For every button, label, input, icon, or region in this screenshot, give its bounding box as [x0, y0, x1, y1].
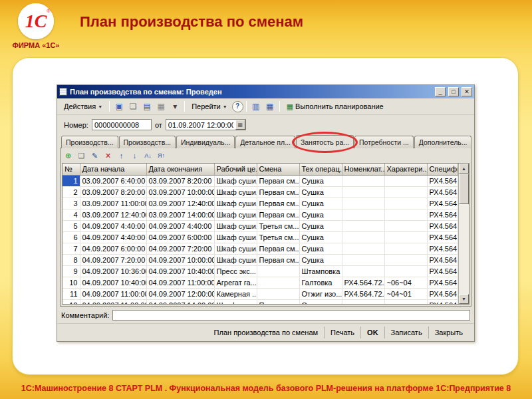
cell[interactable]: [384, 243, 427, 254]
close-button-titlebar[interactable]: ✕: [462, 87, 472, 96]
maximize-button[interactable]: □: [448, 87, 459, 96]
table-row[interactable]: 403.09.2007 12:40:0003.09.2007 14:00:00Ш…: [63, 209, 458, 220]
edit-row-icon[interactable]: ✎: [88, 150, 101, 162]
table-row[interactable]: 1004.09.2007 10:40:0004.09.2007 11:00:00…: [63, 277, 458, 288]
cell[interactable]: [384, 299, 427, 305]
cell[interactable]: Третья см...: [257, 220, 299, 231]
cell[interactable]: [384, 254, 427, 265]
cell[interactable]: 04.09.2007 4:40:00: [80, 220, 146, 231]
cell[interactable]: 03.09.2007 12:40:00: [80, 209, 146, 220]
cell[interactable]: Шкаф суши...: [214, 175, 257, 186]
report-grid-icon[interactable]: ▥: [249, 100, 263, 113]
cell[interactable]: Шкаф суши...: [214, 231, 257, 243]
vertical-scrollbar[interactable]: ▲ ▼: [458, 164, 469, 304]
minimize-button[interactable]: _: [435, 87, 446, 96]
cell[interactable]: 04.09.2007 4:40:00: [80, 231, 146, 243]
cell[interactable]: 03.09.2007 14:00:00: [146, 209, 214, 220]
table-row[interactable]: 904.09.2007 10:36:0004.09.2007 10:40:00П…: [63, 265, 458, 277]
cell[interactable]: РХ4.564.72...: [342, 288, 384, 299]
cell[interactable]: 04.09.2007 4:40:00: [146, 220, 214, 231]
column-header[interactable]: Смена: [257, 164, 299, 175]
cell[interactable]: 03.09.2007 11:00:00: [80, 198, 146, 209]
delete-row-icon[interactable]: ✕: [102, 150, 114, 162]
cell[interactable]: Сушка: [299, 254, 342, 265]
row-number-cell[interactable]: 10: [63, 277, 80, 288]
number-input[interactable]: [92, 119, 152, 130]
cell[interactable]: Первая см...: [257, 186, 299, 198]
cell[interactable]: 04.09.2007 7:20:00: [80, 254, 146, 265]
copy-document-icon[interactable]: ❏: [126, 100, 140, 113]
cell[interactable]: 03.09.2007 6:40:00: [80, 175, 146, 186]
print-button[interactable]: Печать: [324, 327, 360, 338]
cell[interactable]: 04.09.2007 11:00:00: [80, 299, 146, 305]
cell[interactable]: [384, 231, 427, 243]
cell[interactable]: Сушка: [299, 231, 342, 243]
cell[interactable]: РХ4.564.72...: [427, 209, 458, 220]
cell[interactable]: Сушка: [299, 198, 342, 209]
cell[interactable]: [342, 186, 384, 198]
document-structure-icon[interactable]: ▦: [154, 100, 168, 113]
window-titlebar[interactable]: План производства по сменам: Проведен _ …: [57, 85, 474, 98]
cell[interactable]: 03.09.2007 8:20:00: [146, 175, 214, 186]
cell[interactable]: РХ4.564.72...: [427, 175, 458, 186]
settings-grid-icon[interactable]: ▦: [263, 100, 277, 113]
column-header[interactable]: Рабочий це...: [214, 164, 257, 175]
cell[interactable]: [342, 265, 384, 277]
row-number-cell[interactable]: 8: [63, 254, 80, 265]
cell[interactable]: Отжиг изо...: [299, 288, 342, 299]
help-icon[interactable]: ?: [232, 101, 243, 112]
column-header[interactable]: Тех операц...: [299, 164, 342, 175]
cell[interactable]: 04.09.2007 6:00:00: [146, 231, 214, 243]
cell[interactable]: 04.09.2007 10:36:00: [80, 265, 146, 277]
cell[interactable]: 04.09.2007 6:00:00: [80, 243, 146, 254]
cell[interactable]: 04.09.2007 12:00:00: [146, 288, 214, 299]
cell[interactable]: РХ4.564.71...: [427, 220, 458, 231]
scrollbar-thumb[interactable]: [459, 174, 469, 204]
cell[interactable]: Шкаф суши...: [214, 209, 257, 220]
tab-3[interactable]: Индивидуаль...: [176, 136, 235, 148]
row-number-cell[interactable]: 6: [63, 231, 80, 243]
cell[interactable]: РХ4.564.72...: [342, 277, 384, 288]
cell[interactable]: Шкаф суши...: [214, 254, 257, 265]
cell[interactable]: Агрегат га...: [214, 277, 257, 288]
tab-1[interactable]: Производств...: [61, 136, 118, 148]
move-up-icon[interactable]: ↑: [115, 150, 128, 162]
cell[interactable]: [342, 299, 384, 305]
cell[interactable]: Сушка: [299, 175, 342, 186]
cell[interactable]: [342, 198, 384, 209]
cell[interactable]: ~04~01: [384, 288, 427, 299]
table-row[interactable]: 1104.09.2007 11:00:0004.09.2007 12:00:00…: [63, 288, 458, 299]
cell[interactable]: [342, 231, 384, 243]
cell[interactable]: 04.09.2007 10:40:00: [146, 265, 214, 277]
cell[interactable]: Сушка: [299, 220, 342, 231]
table-row[interactable]: 604.09.2007 4:40:0004.09.2007 6:00:00Шка…: [63, 231, 458, 243]
close-button[interactable]: Закрыть: [428, 327, 469, 338]
actions-button[interactable]: Действия ▼: [60, 100, 106, 112]
cell[interactable]: [257, 265, 299, 277]
copy-row-icon[interactable]: ❏: [75, 150, 88, 162]
cell[interactable]: Первая см...: [257, 198, 299, 209]
cell[interactable]: [384, 209, 427, 220]
table-row[interactable]: 203.09.2007 8:20:0003.09.2007 10:00:00Шк…: [63, 186, 458, 198]
scroll-down-icon[interactable]: ▼: [459, 294, 469, 304]
cell[interactable]: [257, 277, 299, 288]
more-actions-icon[interactable]: ▾: [168, 100, 182, 113]
cell[interactable]: ~06~04: [384, 277, 427, 288]
cell[interactable]: Первая см...: [257, 175, 299, 186]
row-number-cell[interactable]: 9: [63, 265, 80, 277]
cell[interactable]: 04.09.2007 11:00:00: [80, 288, 146, 299]
cell[interactable]: Галтовка: [299, 277, 342, 288]
tab-4[interactable]: Детальное пл...: [235, 136, 295, 148]
cell[interactable]: РХ4.564.72...: [427, 265, 458, 277]
cell[interactable]: 03.09.2007 10:00:00: [146, 186, 214, 198]
table-row[interactable]: 704.09.2007 6:00:0004.09.2007 7:20:00Шка…: [63, 243, 458, 254]
cell[interactable]: Сушка: [299, 186, 342, 198]
cell[interactable]: Первая см...: [257, 299, 299, 305]
goto-button[interactable]: Перейти ▼: [188, 100, 231, 112]
row-number-cell[interactable]: 12: [63, 299, 80, 305]
cell[interactable]: Штамповка: [299, 265, 342, 277]
cell[interactable]: [342, 209, 384, 220]
cell[interactable]: РХ4.564.72...: [427, 277, 458, 288]
document-list-icon[interactable]: ▤: [140, 100, 154, 113]
column-header[interactable]: Характери...: [384, 164, 427, 175]
